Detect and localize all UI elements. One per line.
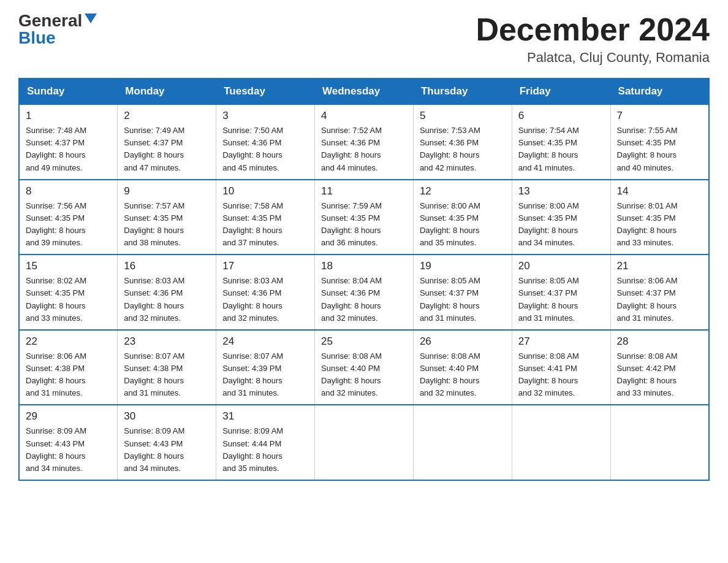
- table-row: 3 Sunrise: 7:50 AMSunset: 4:36 PMDayligh…: [216, 104, 315, 180]
- logo-general-text: General: [18, 12, 82, 29]
- calendar-header-row: Sunday Monday Tuesday Wednesday Thursday…: [19, 79, 709, 104]
- day-number: 13: [518, 185, 604, 197]
- day-info: Sunrise: 7:59 AMSunset: 4:35 PMDaylight:…: [321, 200, 407, 250]
- day-info: Sunrise: 8:01 AMSunset: 4:35 PMDaylight:…: [617, 200, 702, 250]
- day-info: Sunrise: 8:05 AMSunset: 4:37 PMDaylight:…: [420, 275, 506, 324]
- day-info: Sunrise: 7:48 AMSunset: 4:37 PMDaylight:…: [26, 124, 111, 174]
- calendar-week-row: 8 Sunrise: 7:56 AMSunset: 4:35 PMDayligh…: [19, 180, 709, 255]
- day-number: 18: [321, 260, 407, 272]
- day-number: 11: [321, 185, 407, 197]
- day-info: Sunrise: 8:07 AMSunset: 4:38 PMDaylight:…: [124, 350, 210, 400]
- table-row: 22 Sunrise: 8:06 AMSunset: 4:38 PMDaylig…: [19, 330, 118, 405]
- table-row: 10 Sunrise: 7:58 AMSunset: 4:35 PMDaylig…: [216, 180, 315, 255]
- logo: General Blue: [18, 12, 97, 47]
- day-info: Sunrise: 7:58 AMSunset: 4:35 PMDaylight:…: [222, 200, 308, 250]
- day-number: 25: [321, 335, 407, 348]
- calendar-week-row: 22 Sunrise: 8:06 AMSunset: 4:38 PMDaylig…: [19, 330, 709, 405]
- header-sunday: Sunday: [19, 79, 118, 104]
- day-info: Sunrise: 8:04 AMSunset: 4:36 PMDaylight:…: [321, 275, 407, 324]
- day-info: Sunrise: 8:03 AMSunset: 4:36 PMDaylight:…: [222, 275, 308, 324]
- table-row: [512, 405, 610, 480]
- table-row: 18 Sunrise: 8:04 AMSunset: 4:36 PMDaylig…: [315, 255, 414, 330]
- table-row: 20 Sunrise: 8:05 AMSunset: 4:37 PMDaylig…: [512, 255, 610, 330]
- day-info: Sunrise: 7:49 AMSunset: 4:37 PMDaylight:…: [124, 124, 210, 174]
- table-row: 19 Sunrise: 8:05 AMSunset: 4:37 PMDaylig…: [413, 255, 512, 330]
- day-info: Sunrise: 8:06 AMSunset: 4:37 PMDaylight:…: [617, 275, 702, 324]
- day-number: 29: [26, 410, 111, 423]
- day-number: 8: [26, 185, 111, 197]
- table-row: 24 Sunrise: 8:07 AMSunset: 4:39 PMDaylig…: [216, 330, 315, 405]
- day-info: Sunrise: 8:08 AMSunset: 4:40 PMDaylight:…: [321, 350, 407, 400]
- day-info: Sunrise: 8:07 AMSunset: 4:39 PMDaylight:…: [222, 350, 308, 400]
- day-number: 4: [321, 110, 407, 122]
- table-row: 11 Sunrise: 7:59 AMSunset: 4:35 PMDaylig…: [315, 180, 414, 255]
- day-number: 30: [124, 410, 210, 423]
- day-number: 16: [124, 260, 210, 272]
- location-subtitle: Palatca, Cluj County, Romania: [476, 50, 710, 66]
- svg-marker-0: [85, 13, 97, 23]
- day-info: Sunrise: 7:54 AMSunset: 4:35 PMDaylight:…: [518, 124, 604, 174]
- logo-triangle-icon: [85, 13, 97, 23]
- calendar-week-row: 29 Sunrise: 8:09 AMSunset: 4:43 PMDaylig…: [19, 405, 709, 480]
- day-info: Sunrise: 8:09 AMSunset: 4:44 PMDaylight:…: [222, 425, 308, 475]
- day-info: Sunrise: 7:53 AMSunset: 4:36 PMDaylight:…: [420, 124, 506, 174]
- day-info: Sunrise: 8:09 AMSunset: 4:43 PMDaylight:…: [26, 425, 111, 475]
- header-tuesday: Tuesday: [216, 79, 315, 104]
- day-info: Sunrise: 8:00 AMSunset: 4:35 PMDaylight:…: [420, 200, 506, 250]
- table-row: 5 Sunrise: 7:53 AMSunset: 4:36 PMDayligh…: [413, 104, 512, 180]
- day-number: 31: [222, 410, 308, 423]
- day-number: 27: [518, 335, 604, 348]
- calendar-week-row: 15 Sunrise: 8:02 AMSunset: 4:35 PMDaylig…: [19, 255, 709, 330]
- day-number: 14: [617, 185, 702, 197]
- day-info: Sunrise: 7:57 AMSunset: 4:35 PMDaylight:…: [124, 200, 210, 250]
- table-row: 6 Sunrise: 7:54 AMSunset: 4:35 PMDayligh…: [512, 104, 610, 180]
- table-row: 14 Sunrise: 8:01 AMSunset: 4:35 PMDaylig…: [610, 180, 709, 255]
- logo-blue-text: Blue: [18, 29, 56, 47]
- day-info: Sunrise: 8:09 AMSunset: 4:43 PMDaylight:…: [124, 425, 210, 475]
- table-row: 2 Sunrise: 7:49 AMSunset: 4:37 PMDayligh…: [118, 104, 216, 180]
- month-year-title: December 2024: [476, 12, 710, 47]
- day-info: Sunrise: 8:03 AMSunset: 4:36 PMDaylight:…: [124, 275, 210, 324]
- day-number: 17: [222, 260, 308, 272]
- day-number: 12: [420, 185, 506, 197]
- day-info: Sunrise: 7:50 AMSunset: 4:36 PMDaylight:…: [222, 124, 308, 174]
- day-number: 28: [617, 335, 702, 348]
- day-info: Sunrise: 7:56 AMSunset: 4:35 PMDaylight:…: [26, 200, 111, 250]
- table-row: 15 Sunrise: 8:02 AMSunset: 4:35 PMDaylig…: [19, 255, 118, 330]
- day-info: Sunrise: 8:08 AMSunset: 4:41 PMDaylight:…: [518, 350, 604, 400]
- day-number: 22: [26, 335, 111, 348]
- table-row: 1 Sunrise: 7:48 AMSunset: 4:37 PMDayligh…: [19, 104, 118, 180]
- day-number: 6: [518, 110, 604, 122]
- calendar-table: Sunday Monday Tuesday Wednesday Thursday…: [18, 78, 710, 481]
- day-number: 19: [420, 260, 506, 272]
- day-number: 5: [420, 110, 506, 122]
- day-info: Sunrise: 8:05 AMSunset: 4:37 PMDaylight:…: [518, 275, 604, 324]
- table-row: [610, 405, 709, 480]
- table-row: 28 Sunrise: 8:08 AMSunset: 4:42 PMDaylig…: [610, 330, 709, 405]
- day-number: 7: [617, 110, 702, 122]
- table-row: 13 Sunrise: 8:00 AMSunset: 4:35 PMDaylig…: [512, 180, 610, 255]
- day-info: Sunrise: 8:08 AMSunset: 4:42 PMDaylight:…: [617, 350, 702, 400]
- table-row: [413, 405, 512, 480]
- table-row: 25 Sunrise: 8:08 AMSunset: 4:40 PMDaylig…: [315, 330, 414, 405]
- header-wednesday: Wednesday: [315, 79, 414, 104]
- day-number: 21: [617, 260, 702, 272]
- table-row: 30 Sunrise: 8:09 AMSunset: 4:43 PMDaylig…: [118, 405, 216, 480]
- day-info: Sunrise: 8:00 AMSunset: 4:35 PMDaylight:…: [518, 200, 604, 250]
- day-number: 2: [124, 110, 210, 122]
- table-row: 9 Sunrise: 7:57 AMSunset: 4:35 PMDayligh…: [118, 180, 216, 255]
- day-number: 23: [124, 335, 210, 348]
- title-section: December 2024 Palatca, Cluj County, Roma…: [476, 12, 710, 66]
- header-saturday: Saturday: [610, 79, 709, 104]
- day-number: 15: [26, 260, 111, 272]
- day-number: 10: [222, 185, 308, 197]
- table-row: 8 Sunrise: 7:56 AMSunset: 4:35 PMDayligh…: [19, 180, 118, 255]
- table-row: 4 Sunrise: 7:52 AMSunset: 4:36 PMDayligh…: [315, 104, 414, 180]
- day-info: Sunrise: 8:08 AMSunset: 4:40 PMDaylight:…: [420, 350, 506, 400]
- day-info: Sunrise: 7:55 AMSunset: 4:35 PMDaylight:…: [617, 124, 702, 174]
- table-row: 17 Sunrise: 8:03 AMSunset: 4:36 PMDaylig…: [216, 255, 315, 330]
- header-monday: Monday: [118, 79, 216, 104]
- table-row: 12 Sunrise: 8:00 AMSunset: 4:35 PMDaylig…: [413, 180, 512, 255]
- table-row: 26 Sunrise: 8:08 AMSunset: 4:40 PMDaylig…: [413, 330, 512, 405]
- table-row: 7 Sunrise: 7:55 AMSunset: 4:35 PMDayligh…: [610, 104, 709, 180]
